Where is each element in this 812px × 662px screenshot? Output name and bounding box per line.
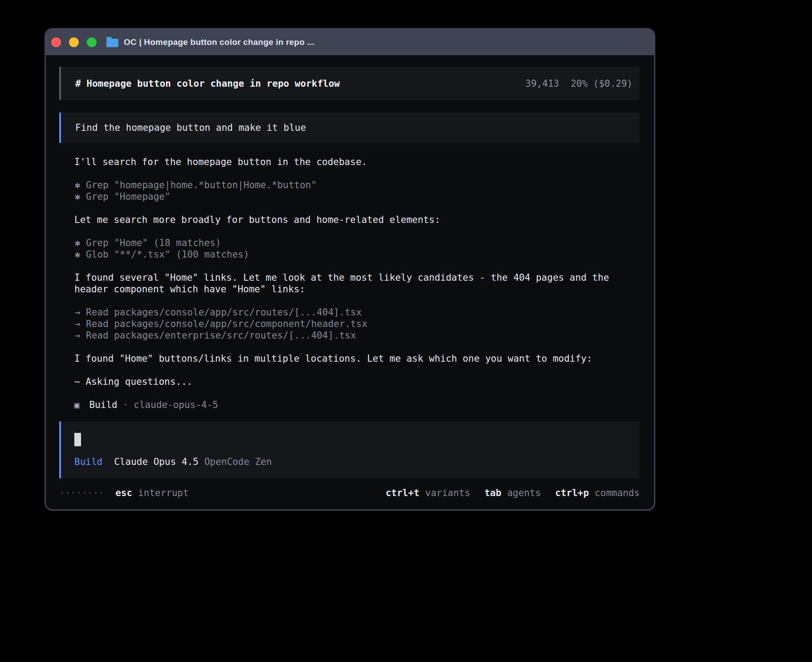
status-bar-right: ctrl+tvariants tabagents ctrl+pcommands	[371, 487, 640, 499]
tool-call-line: ✱Grep "Home" (18 matches)	[74, 237, 640, 249]
grep-icon: ✱	[74, 191, 81, 202]
grep-icon: ✱	[74, 237, 81, 249]
tab-key: tab	[484, 488, 501, 498]
tool-call-text: Grep "homepage|home.*button|Home.*button…	[86, 180, 317, 190]
assistant-transcript: I'll search for the homepage button in t…	[59, 156, 640, 411]
grep-icon: ✱	[74, 179, 81, 191]
agent-status-icon: ▣	[74, 399, 79, 411]
commands-label: commands	[595, 488, 640, 498]
tool-call-line: ✱Grep "Homepage"	[74, 191, 640, 202]
terminal-window: OC | Homepage button color change in rep…	[45, 28, 655, 511]
esc-key-label: interrupt	[138, 487, 189, 499]
assistant-text: Let me search more broadly for buttons a…	[74, 214, 640, 226]
arrow-right-icon: →	[74, 307, 81, 318]
tool-call-line: ✱Glob "**/*.tsx" (100 matches)	[74, 249, 640, 260]
tool-call-line: →Read packages/enterprise/src/routes/[..…	[74, 330, 640, 341]
text-cursor	[74, 433, 81, 446]
assistant-text: I'll search for the homepage button in t…	[74, 156, 640, 168]
tool-call-line: →Read packages/console/app/src/component…	[74, 318, 640, 330]
commands-hint: ctrl+pcommands	[555, 487, 640, 499]
tool-calls-grep-2: ✱Grep "Home" (18 matches) ✱Glob "**/*.ts…	[74, 237, 640, 260]
traffic-lights	[51, 37, 97, 47]
session-stats: 39,41320% ($0.29)	[525, 78, 633, 89]
prompt-input[interactable]: BuildClaude Opus 4.5OpenCode Zen	[59, 421, 640, 478]
zoom-button[interactable]	[87, 37, 97, 47]
tool-calls-grep-1: ✱Grep "homepage|home.*button|Home.*butto…	[74, 179, 640, 202]
user-message: Find the homepage button and make it blu…	[59, 113, 640, 143]
input-meta: BuildClaude Opus 4.5OpenCode Zen	[74, 456, 640, 468]
agent-name: Build	[89, 399, 117, 411]
status-bar-left: ········ esc interrupt	[59, 487, 189, 499]
terminal-content: # Homepage button color change in repo w…	[46, 55, 654, 509]
agent-model: claude-opus-4-5	[134, 399, 218, 411]
assistant-text: I found several "Home" links. Let me loo…	[74, 272, 640, 295]
tool-call-text: Grep "Home" (18 matches)	[86, 238, 221, 248]
window-title-group: OC | Homepage button color change in rep…	[106, 37, 314, 47]
ctrl-p-key: ctrl+p	[555, 488, 589, 498]
tool-calls-read: →Read packages/console/app/src/routes/[.…	[74, 307, 640, 341]
tool-call-text: Glob "**/*.tsx" (100 matches)	[86, 249, 249, 260]
token-count: 39,413	[525, 78, 559, 89]
tool-call-text: Read packages/enterprise/src/routes/[...…	[86, 330, 356, 341]
arrow-right-icon: →	[74, 330, 81, 341]
context-cost: 20% ($0.29)	[571, 78, 633, 89]
close-button[interactable]	[51, 37, 61, 47]
session-header: # Homepage button color change in repo w…	[59, 67, 640, 100]
asking-status-text: ~ Asking questions...	[74, 376, 640, 388]
tool-call-line: ✱Grep "homepage|home.*button|Home.*butto…	[74, 179, 640, 191]
titlebar: OC | Homepage button color change in rep…	[46, 29, 654, 55]
window-title: OC | Homepage button color change in rep…	[124, 37, 314, 47]
tool-call-line: →Read packages/console/app/src/routes/[.…	[74, 307, 640, 318]
minimize-button[interactable]	[69, 37, 79, 47]
user-message-text: Find the homepage button and make it blu…	[75, 122, 306, 133]
tool-call-text: Read packages/console/app/src/routes/[..…	[86, 307, 362, 318]
variants-label: variants	[425, 488, 470, 498]
tool-call-text: Grep "Homepage"	[86, 191, 171, 202]
folder-icon	[106, 39, 118, 47]
variants-hint: ctrl+tvariants	[386, 487, 470, 499]
model-label: Claude Opus 4.5	[114, 456, 199, 467]
tool-call-text: Read packages/console/app/src/component/…	[86, 319, 367, 329]
ctrl-t-key: ctrl+t	[386, 488, 419, 498]
session-title: # Homepage button color change in repo w…	[75, 78, 340, 89]
status-bar: ········ esc interrupt ctrl+tvariants ta…	[59, 478, 640, 499]
agents-label: agents	[507, 488, 541, 498]
agent-status-line: ▣ Build · claude-opus-4-5	[74, 399, 640, 411]
esc-key-hint: esc	[115, 487, 132, 499]
spinner-dots: ········	[59, 487, 104, 499]
agent-separator: ·	[123, 399, 129, 411]
glob-icon: ✱	[74, 249, 81, 260]
agent-mode-label: Build	[74, 456, 102, 467]
arrow-right-icon: →	[74, 318, 81, 330]
agents-hint: tabagents	[484, 487, 541, 499]
assistant-text: I found "Home" buttons/links in multiple…	[74, 353, 640, 364]
provider-label: OpenCode Zen	[204, 456, 272, 467]
